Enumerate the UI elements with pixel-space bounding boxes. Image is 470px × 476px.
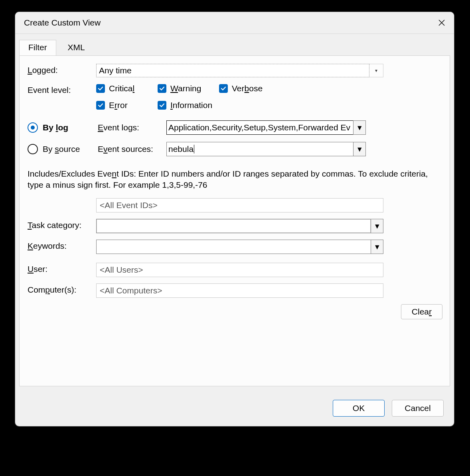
cancel-button[interactable]: Cancel [392, 400, 444, 417]
chevron-down-icon: ▾ [371, 219, 383, 233]
close-button[interactable] [436, 17, 448, 29]
event-ids-help: Includes/Excludes Event IDs: Enter ID nu… [28, 168, 442, 191]
chevron-down-icon: ▾ [353, 120, 366, 135]
tabstrip: Filter XML [19, 39, 450, 55]
dialog-create-custom-view: Create Custom View Filter XML Logged: An… [15, 12, 454, 426]
critical-label: Critical [109, 84, 134, 93]
tabpanel-filter: Logged: Any time ▾ Event level: Critical [19, 55, 450, 386]
task-category-value [96, 219, 371, 233]
warning-label: Warning [170, 84, 201, 93]
event-logs-label: Event logs: [98, 123, 166, 132]
tab-xml[interactable]: XML [59, 40, 94, 55]
logged-dropdown[interactable]: Any time ▾ [96, 64, 383, 77]
chevron-down-icon: ▾ [369, 64, 383, 77]
event-logs-dropdown[interactable]: Application,Security,Setup,System,Forwar… [166, 120, 366, 135]
event-ids-input[interactable]: <All Event IDs> [96, 198, 383, 212]
computers-input[interactable]: <All Computers> [96, 283, 383, 298]
logged-value: Any time [96, 64, 369, 77]
keywords-value [96, 240, 371, 254]
computers-label: Computer(s): [28, 283, 96, 295]
chevron-down-icon: ▾ [353, 142, 366, 156]
event-logs-value: Application,Security,Setup,System,Forwar… [166, 120, 353, 135]
by-source-label: By source [43, 144, 98, 154]
by-log-label: By log [43, 123, 98, 132]
titlebar: Create Custom View [15, 12, 454, 34]
dialog-footer: OK Cancel [333, 400, 444, 417]
error-checkbox[interactable] [96, 101, 105, 110]
event-sources-value: nebula [166, 142, 353, 156]
by-source-radio[interactable] [28, 144, 38, 154]
task-category-label: Task category: [28, 219, 96, 230]
event-sources-dropdown[interactable]: nebula ▾ [166, 142, 366, 156]
information-label: Information [170, 100, 212, 110]
event-sources-label: Event sources: [98, 144, 166, 154]
window-title: Create Custom View [24, 18, 101, 28]
critical-checkbox[interactable] [96, 84, 105, 93]
chevron-down-icon: ▾ [371, 240, 383, 254]
user-input[interactable]: <All Users> [96, 263, 383, 277]
keywords-dropdown[interactable]: ▾ [96, 240, 383, 254]
spacer [28, 198, 96, 200]
by-log-radio[interactable] [28, 122, 38, 133]
clear-button[interactable]: Clear [401, 304, 442, 319]
error-label: Error [109, 100, 128, 110]
warning-checkbox[interactable] [158, 84, 166, 93]
information-checkbox[interactable] [158, 101, 166, 110]
keywords-label: Keywords: [28, 240, 96, 251]
task-category-dropdown[interactable]: ▾ [96, 219, 383, 233]
logged-label: Logged: [28, 64, 96, 75]
verbose-label: Verbose [232, 84, 263, 93]
tab-filter[interactable]: Filter [19, 40, 56, 55]
user-label: User: [28, 263, 96, 274]
close-icon [438, 19, 445, 26]
event-level-label: Event level: [28, 84, 96, 95]
ok-button[interactable]: OK [333, 400, 385, 417]
verbose-checkbox[interactable] [219, 84, 228, 93]
